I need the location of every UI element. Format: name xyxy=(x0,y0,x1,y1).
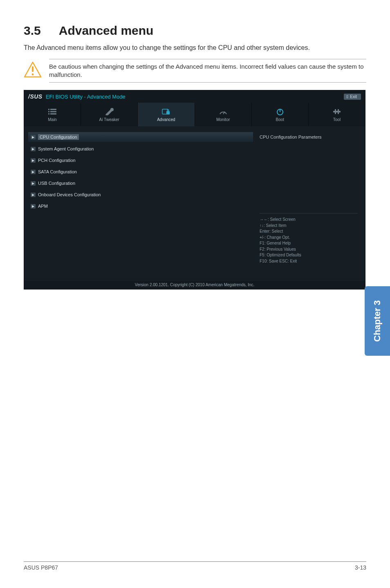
svg-rect-8 xyxy=(50,113,56,114)
footer-left: ASUS P8P67 xyxy=(24,564,58,571)
chevron-right-icon: ▶ xyxy=(31,204,36,209)
help-line: +/-: Change Opt. xyxy=(260,235,358,241)
menu-item-onboard-devices-configuration[interactable]: ▶ Onboard Devices Configuration xyxy=(28,190,253,199)
chapter-side-tab: Chapter 3 xyxy=(365,286,390,356)
tab-main[interactable]: Main xyxy=(24,103,81,126)
bios-brand: /SUS xyxy=(28,93,43,100)
tab-label: Monitor xyxy=(216,117,230,122)
power-icon xyxy=(276,108,285,116)
caution-icon xyxy=(24,59,42,79)
svg-rect-16 xyxy=(338,109,339,114)
bios-screenshot: /SUS EFI BIOS Utility - Advanced Mode ▯ … xyxy=(24,90,365,290)
menu-label: Onboard Devices Configuration xyxy=(38,192,101,197)
tab-label: Boot xyxy=(276,117,284,122)
menu-item-pch-configuration[interactable]: ▶ PCH Configuration xyxy=(28,156,253,165)
svg-rect-5 xyxy=(48,111,49,112)
exit-icon: ▯ xyxy=(346,94,348,99)
svg-rect-14 xyxy=(333,111,341,112)
page-footer: ASUS P8P67 3-13 xyxy=(24,561,366,571)
chip-lock-icon xyxy=(161,108,170,116)
help-line: →←: Select Screen xyxy=(260,217,358,223)
tab-label: Tool xyxy=(333,117,341,122)
help-line: F2: Previous Values xyxy=(260,247,358,253)
divider xyxy=(49,82,366,83)
help-line: F10: Save ESC: Exit xyxy=(260,258,358,265)
svg-rect-15 xyxy=(335,109,336,114)
tab-label: Ai Tweaker xyxy=(99,117,119,122)
svg-rect-10 xyxy=(166,111,170,114)
tab-bar: Main Ai Tweaker Advanced Monitor xyxy=(24,103,365,126)
tab-monitor[interactable]: Monitor xyxy=(195,103,252,126)
list-icon xyxy=(48,108,57,116)
menu-label: USB Configuration xyxy=(38,181,75,186)
exit-button[interactable]: ▯ Exit xyxy=(344,94,361,100)
intro-text: The Advanced menu items allow you to cha… xyxy=(24,43,366,52)
bios-footer: Version 2.00.1201. Copyright (C) 2010 Am… xyxy=(24,281,365,289)
menu-list: ▶ CPU Configuration ▶ System Agent Confi… xyxy=(28,132,253,281)
help-list: →←: Select Screen ↑↓: Select Item Enter:… xyxy=(260,217,358,264)
tool-icon xyxy=(332,108,341,116)
menu-item-apm[interactable]: ▶ APM xyxy=(28,202,253,211)
svg-rect-4 xyxy=(50,109,56,110)
side-panel: CPU Configuration Parameters →←: Select … xyxy=(256,132,361,281)
tab-ai-tweaker[interactable]: Ai Tweaker xyxy=(81,103,138,126)
menu-label: APM xyxy=(38,204,48,209)
caution-text: Be cautious when changing the settings o… xyxy=(49,59,366,83)
chevron-right-icon: ▶ xyxy=(31,135,36,139)
menu-label: System Agent Configuration xyxy=(38,146,94,151)
svg-point-2 xyxy=(32,73,34,75)
tab-boot[interactable]: Boot xyxy=(252,103,309,126)
svg-rect-7 xyxy=(48,113,49,114)
caution-callout: Be cautious when changing the settings o… xyxy=(24,59,366,83)
chevron-right-icon: ▶ xyxy=(31,170,36,174)
svg-rect-6 xyxy=(50,111,56,112)
bios-title-bar: /SUS EFI BIOS Utility - Advanced Mode ▯ … xyxy=(24,90,365,103)
exit-label: Exit xyxy=(350,94,357,99)
svg-rect-1 xyxy=(32,66,34,72)
menu-label: SATA Configuration xyxy=(38,169,77,174)
footer-right: 3-13 xyxy=(355,564,366,571)
svg-rect-3 xyxy=(48,109,49,110)
menu-item-cpu-configuration[interactable]: ▶ CPU Configuration xyxy=(28,132,253,142)
tab-advanced[interactable]: Advanced xyxy=(138,103,195,126)
wrench-icon xyxy=(105,108,114,116)
chapter-label: Chapter 3 xyxy=(372,300,383,341)
gauge-icon xyxy=(219,108,228,116)
section-number: 3.5 xyxy=(24,24,41,38)
chevron-right-icon: ▶ xyxy=(31,193,36,197)
chevron-right-icon: ▶ xyxy=(31,181,36,186)
tab-label: Main xyxy=(48,117,57,122)
menu-item-system-agent-configuration[interactable]: ▶ System Agent Configuration xyxy=(28,144,253,153)
divider xyxy=(260,213,358,213)
bios-utility-name: EFI BIOS Utility - Advanced Mode xyxy=(46,94,126,100)
help-line: F5: Optimized Defaults xyxy=(260,252,358,258)
section-title: Advanced menu xyxy=(59,24,154,38)
help-line: ↑↓: Select Item xyxy=(260,223,358,229)
menu-label: CPU Configuration xyxy=(38,134,79,140)
menu-item-sata-configuration[interactable]: ▶ SATA Configuration xyxy=(28,167,253,176)
menu-label: PCH Configuration xyxy=(38,158,76,163)
chevron-right-icon: ▶ xyxy=(31,147,36,151)
section-heading: 3.5 Advanced menu xyxy=(24,24,366,38)
help-line: F1: General Help xyxy=(260,240,358,247)
tab-tool[interactable]: Tool xyxy=(309,103,365,126)
menu-item-usb-configuration[interactable]: ▶ USB Configuration xyxy=(28,179,253,188)
help-line: Enter: Select xyxy=(260,229,358,235)
side-panel-title: CPU Configuration Parameters xyxy=(260,135,358,139)
tab-label: Advanced xyxy=(157,117,175,122)
chevron-right-icon: ▶ xyxy=(31,158,36,163)
